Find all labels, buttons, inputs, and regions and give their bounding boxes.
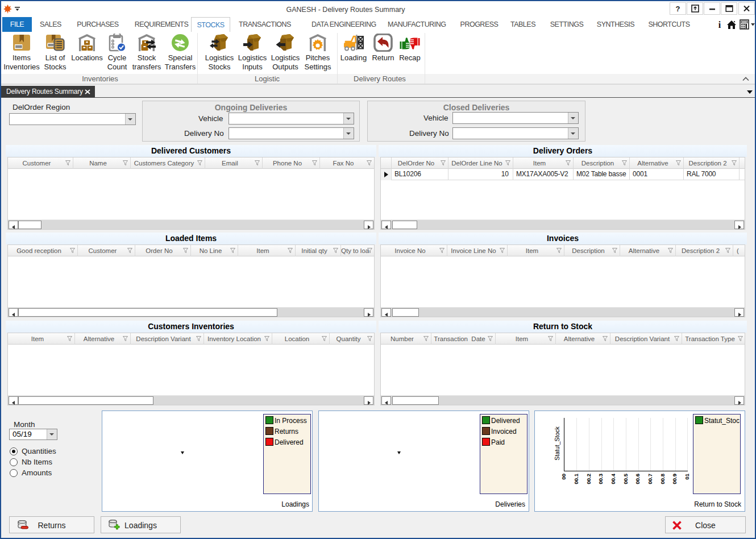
svg-text:01: 01	[684, 473, 690, 479]
svg-text:i: i	[718, 20, 721, 30]
svg-text:00.8: 00.8	[659, 474, 666, 484]
svg-text:00.1: 00.1	[573, 473, 579, 484]
svg-text:00: 00	[560, 474, 567, 480]
svg-text:00.4: 00.4	[610, 473, 616, 484]
svg-text:00.7: 00.7	[647, 474, 653, 484]
svg-text:00.5: 00.5	[622, 473, 629, 484]
svg-text:00.2: 00.2	[585, 474, 592, 484]
svg-text:00.6: 00.6	[634, 474, 641, 484]
svg-text:Statut_Stock: Statut_Stock	[554, 426, 560, 460]
svg-text:?: ?	[676, 5, 680, 13]
svg-text:00.9: 00.9	[671, 474, 678, 484]
svg-text:00.3: 00.3	[597, 474, 604, 484]
